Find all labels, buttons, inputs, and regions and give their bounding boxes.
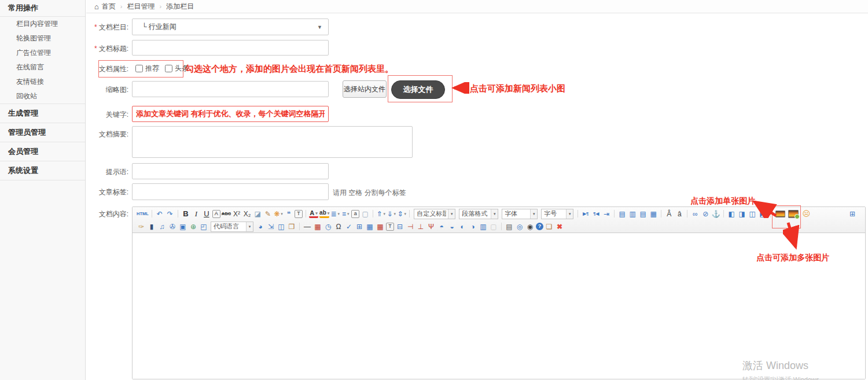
emoticon-icon[interactable]: ☹ (801, 209, 811, 219)
title-input[interactable] (132, 40, 329, 56)
outdent-first-icon[interactable]: ¶◀ (591, 209, 601, 219)
category-select[interactable]: └ 行业新闻 ▼ (132, 19, 329, 35)
thumbnail-input[interactable] (132, 81, 329, 97)
redo-icon[interactable]: ↷ (165, 209, 175, 219)
unlink-icon[interactable]: ⊘ (701, 209, 710, 219)
insert-row-above-icon[interactable]: ◓ (437, 222, 446, 232)
split-cell-icon[interactable]: Ψ (426, 222, 436, 232)
indent-first-icon[interactable]: ▶¶ (581, 209, 590, 219)
image-manager-icon[interactable]: ▣ (178, 222, 187, 232)
img-inline-icon[interactable]: ◨ (737, 209, 746, 219)
screenshot-icon[interactable]: ◰ (199, 222, 208, 232)
tags-input[interactable] (132, 183, 329, 200)
align-right-icon[interactable]: ▤ (638, 209, 648, 219)
clipboard-icon[interactable]: ❏ (545, 222, 554, 232)
align-left-icon[interactable]: ▤ (617, 209, 627, 219)
page-break-icon[interactable]: ⇲ (266, 222, 275, 232)
auto-typeset-icon[interactable]: ❋▾ (274, 209, 283, 219)
editor-content-area[interactable] (133, 233, 865, 379)
char-border-icon[interactable]: A (212, 210, 220, 218)
line-spacing-icon[interactable]: ⇕▾ (397, 209, 406, 219)
doc-disabled-icon[interactable]: ▢ (489, 222, 498, 232)
anchor-icon[interactable]: ⚓ (711, 209, 720, 219)
insert-music-icon[interactable]: ♫ (157, 222, 167, 232)
preview-icon[interactable]: ◎ (515, 222, 524, 232)
sidebar-section-common-operations[interactable]: 常用操作 (0, 0, 85, 17)
blockquote-icon[interactable]: ❝ (284, 209, 293, 219)
insert-image-icon[interactable] (775, 211, 785, 217)
insert-col-right-icon[interactable]: ◑ (468, 222, 477, 232)
spellcheck-icon[interactable]: ✓ (344, 222, 354, 232)
link-icon[interactable]: ∞ (690, 209, 700, 219)
align-justify-icon[interactable]: ▦ (649, 209, 658, 219)
insert-col-left-icon[interactable]: ◐ (458, 222, 467, 232)
paragraph-indent-icon[interactable]: ⇥ (602, 209, 611, 219)
insert-map-icon[interactable]: ⊕ (189, 222, 198, 232)
site-file-button[interactable]: 选择站内文件 (343, 80, 387, 98)
table-full-icon[interactable]: ▥ (479, 222, 488, 232)
insert-video-icon[interactable]: ▮ (147, 222, 156, 232)
table-title-icon[interactable]: T (386, 223, 394, 231)
delete-table-icon[interactable]: ▦ (376, 222, 385, 232)
html-source-icon[interactable]: HTML (137, 209, 149, 219)
bold-icon[interactable]: B (181, 209, 190, 219)
insert-table-icon[interactable]: ▦ (365, 222, 374, 232)
columns-icon[interactable]: ◫ (277, 222, 286, 232)
breadcrumb-column-mgmt[interactable]: 栏目管理 (127, 2, 155, 12)
para-before-spacing-icon[interactable]: ⇑▾ (376, 209, 385, 219)
recommend-checkbox[interactable] (135, 65, 143, 72)
unordered-list-icon[interactable]: ≡▾ (341, 209, 350, 219)
format-painter-icon[interactable]: ✎ (263, 209, 273, 219)
help-icon[interactable]: ? (536, 223, 543, 230)
insert-code-icon[interactable]: ◕ (256, 222, 265, 232)
insert-time-icon[interactable]: ◷ (323, 222, 333, 232)
auto-link-icon[interactable]: a (351, 210, 359, 218)
highlight-color-icon[interactable]: ab▾ (319, 209, 329, 218)
headline-checkbox[interactable] (165, 65, 172, 72)
para-after-spacing-icon[interactable]: ⇓▾ (387, 209, 396, 219)
special-char-icon[interactable]: Ω (334, 222, 343, 232)
fullscreen-icon[interactable]: ⊞ (848, 209, 857, 219)
keywords-input[interactable] (132, 106, 329, 122)
underline-icon[interactable]: U (202, 209, 211, 219)
horizontal-rule-icon[interactable]: — (303, 222, 312, 232)
img-float-left-icon[interactable]: ◧ (727, 209, 736, 219)
subscript-icon[interactable]: X₂ (242, 209, 252, 219)
sidebar-section-member[interactable]: 会员管理 (0, 142, 85, 161)
undo-icon[interactable]: ↶ (155, 209, 164, 219)
img-float-right-icon[interactable]: ◩ (758, 209, 767, 219)
hint-input[interactable] (132, 163, 329, 179)
clear-doc-icon[interactable]: ✖ (555, 222, 564, 232)
blank-page-icon[interactable]: ▢ (361, 209, 370, 219)
merge-cells-icon[interactable]: ⊟ (395, 222, 404, 232)
choose-file-button[interactable]: 选择文件 (391, 80, 445, 99)
template-icon[interactable]: ❐ (287, 222, 296, 232)
to-uppercase-icon[interactable]: Â (664, 209, 674, 219)
insert-multi-image-icon[interactable] (788, 210, 799, 218)
font-color-icon[interactable]: A▾ (309, 209, 318, 218)
breadcrumb-home[interactable]: 首页 (102, 2, 116, 12)
font-size-select[interactable]: 字号▾ (541, 209, 573, 219)
scrawl-icon[interactable]: ✑ (137, 222, 146, 232)
insert-date-icon[interactable]: ▦ (313, 222, 322, 232)
font-family-select[interactable]: 字体▾ (502, 209, 538, 219)
delete-row-icon[interactable]: ⊣ (406, 222, 415, 232)
remove-format-icon[interactable]: ◪ (253, 209, 262, 219)
superscript-icon[interactable]: X² (232, 209, 241, 219)
delete-col-icon[interactable]: ⊥ (416, 222, 425, 232)
italic-icon[interactable]: I (192, 209, 201, 219)
print-icon[interactable]: ▤ (505, 222, 514, 232)
paragraph-format-select[interactable]: 段落格式▾ (459, 209, 498, 219)
img-center-icon[interactable]: ◫ (748, 209, 757, 219)
ordered-list-icon[interactable]: ≣▾ (330, 209, 340, 219)
code-language-select[interactable]: 代码语言▾ (211, 222, 253, 232)
strikethrough-icon[interactable]: ABC (222, 209, 231, 219)
attachment-icon[interactable]: ✇ (168, 222, 177, 232)
custom-title-select[interactable]: 自定义标题▾ (414, 209, 455, 219)
find-replace-icon[interactable]: ◉ (525, 222, 535, 232)
word-image-icon[interactable]: ⊞ (355, 222, 364, 232)
align-center-icon[interactable]: ▥ (628, 209, 637, 219)
summary-textarea[interactable] (132, 126, 413, 158)
paste-text-icon[interactable]: T (295, 210, 303, 218)
insert-row-below-icon[interactable]: ◒ (447, 222, 457, 232)
